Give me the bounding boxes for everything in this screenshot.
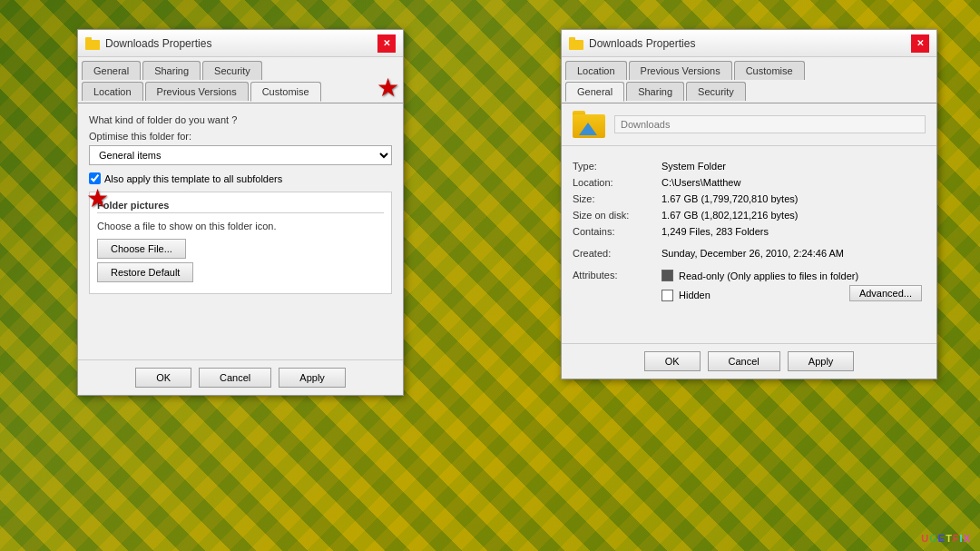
right-tab-row-2: General Sharing Security — [565, 82, 933, 101]
left-dialog-content: What kind of folder do you want ? Optimi… — [78, 103, 403, 305]
watermark-u: U — [921, 533, 929, 544]
left-dialog: Downloads Properties ✕ General Sharing S… — [77, 29, 404, 396]
right-folder-icon — [569, 37, 583, 50]
right-spacer — [562, 316, 936, 343]
optimize-label: Optimise this folder for: — [89, 131, 392, 142]
left-cancel-button[interactable]: Cancel — [199, 368, 271, 388]
right-ok-button[interactable]: OK — [644, 351, 701, 371]
tab-previous-versions[interactable]: Previous Versions — [145, 82, 249, 101]
right-dialog-footer: OK Cancel Apply — [562, 343, 936, 379]
tab-location[interactable]: Location — [82, 82, 143, 101]
right-dialog-title: Downloads Properties — [589, 37, 906, 50]
size-on-disk-value: 1.67 GB (1,802,121,216 bytes) — [662, 210, 926, 221]
folder-pictures-title: Folder pictures — [97, 200, 384, 213]
tab-sharing[interactable]: Sharing — [142, 61, 201, 80]
header-divider — [562, 145, 936, 146]
optimize-dropdown[interactable]: General items Documents Pictures Music V… — [89, 145, 392, 165]
right-dialog-titlebar: Downloads Properties ✕ — [562, 30, 936, 57]
type-label: Type: — [573, 161, 654, 172]
left-apply-button[interactable]: Apply — [279, 368, 346, 388]
right-dialog: Downloads Properties ✕ Location Previous… — [561, 29, 937, 379]
attributes-values: Read-only (Only applies to files in fold… — [662, 270, 926, 309]
right-tab-security[interactable]: Security — [686, 82, 746, 101]
hidden-checkbox[interactable] — [662, 290, 673, 301]
right-close-button[interactable]: ✕ — [911, 34, 929, 53]
subfolders-checkbox-row: Also apply this template to all subfolde… — [89, 172, 392, 184]
left-dialog-footer: OK Cancel Apply — [78, 359, 403, 395]
right-cancel-button[interactable]: Cancel — [708, 351, 780, 371]
contains-label: Contains: — [573, 226, 654, 237]
right-tabs-container: Location Previous Versions Customise Gen… — [562, 57, 936, 103]
watermark-t: T — [946, 533, 953, 544]
subfolders-label: Also apply this template to all subfolde… — [104, 173, 282, 184]
right-tab-previous-versions[interactable]: Previous Versions — [629, 61, 732, 80]
right-folder-header — [562, 103, 936, 138]
folder-name-input[interactable] — [614, 115, 926, 133]
readonly-label: Read-only (Only applies to files in fold… — [679, 271, 858, 281]
right-tab-location[interactable]: Location — [565, 61, 627, 80]
watermark-e: E — [938, 533, 946, 544]
readonly-attr-row: Read-only (Only applies to files in fold… — [662, 270, 926, 281]
created-value: Sunday, December 26, 2010, 2:24:46 AM — [662, 248, 926, 259]
star-2: ★ — [86, 183, 109, 213]
right-apply-button[interactable]: Apply — [788, 351, 855, 371]
size-on-disk-label: Size on disk: — [573, 210, 654, 221]
watermark: UGETFIX — [921, 533, 971, 544]
folder-arrow-icon — [579, 123, 597, 135]
right-tab-general[interactable]: General — [565, 82, 624, 102]
right-tab-row-1: Location Previous Versions Customise — [565, 61, 933, 80]
choose-file-button[interactable]: Choose File... — [97, 239, 186, 259]
right-tab-sharing[interactable]: Sharing — [626, 82, 684, 101]
contains-value: 1,249 Files, 283 Folders — [662, 226, 926, 237]
left-tab-row-2: Location Previous Versions Customise — [82, 82, 399, 101]
tab-customise[interactable]: Customise — [250, 82, 321, 102]
type-value: System Folder — [662, 161, 926, 172]
location-label: Location: — [573, 177, 654, 188]
right-tab-customise[interactable]: Customise — [734, 61, 805, 80]
left-dialog-titlebar: Downloads Properties ✕ — [78, 30, 403, 57]
folder-pictures-desc: Choose a file to show on this folder ico… — [97, 221, 384, 231]
folder-icon — [85, 37, 100, 50]
folder-pictures-section: Folder pictures Choose a file to show on… — [89, 192, 392, 294]
advanced-button[interactable]: Advanced... — [849, 285, 922, 301]
attributes-label: Attributes: — [573, 270, 654, 309]
watermark-x: X — [964, 533, 971, 544]
star-1: ★ — [377, 73, 399, 103]
left-spacer — [78, 305, 403, 359]
left-tabs-container: General Sharing Security Location Previo… — [78, 57, 403, 103]
readonly-checkbox[interactable] — [662, 270, 673, 281]
info-grid: Type: System Folder Location: C:\Users\M… — [562, 153, 936, 316]
folder-body — [573, 114, 605, 138]
folder-type-question: What kind of folder do you want ? — [89, 114, 392, 125]
left-ok-button[interactable]: OK — [135, 368, 191, 388]
left-dialog-title: Downloads Properties — [105, 37, 372, 50]
location-value: C:\Users\Matthew — [662, 177, 926, 188]
created-label: Created: — [573, 248, 654, 259]
restore-default-button[interactable]: Restore Default — [97, 262, 193, 282]
size-value: 1.67 GB (1,799,720,810 bytes) — [662, 193, 926, 204]
size-label: Size: — [573, 193, 654, 204]
hidden-label: Hidden — [679, 290, 710, 300]
left-close-button[interactable]: ✕ — [377, 34, 396, 53]
watermark-g: G — [929, 533, 938, 544]
watermark-f: F — [953, 533, 960, 544]
left-tab-row-1: General Sharing Security — [82, 61, 399, 80]
large-folder-icon — [573, 111, 605, 138]
tab-security[interactable]: Security — [202, 61, 262, 80]
tab-general[interactable]: General — [82, 61, 141, 80]
hidden-attr-row: Hidden Advanced... — [662, 285, 926, 305]
